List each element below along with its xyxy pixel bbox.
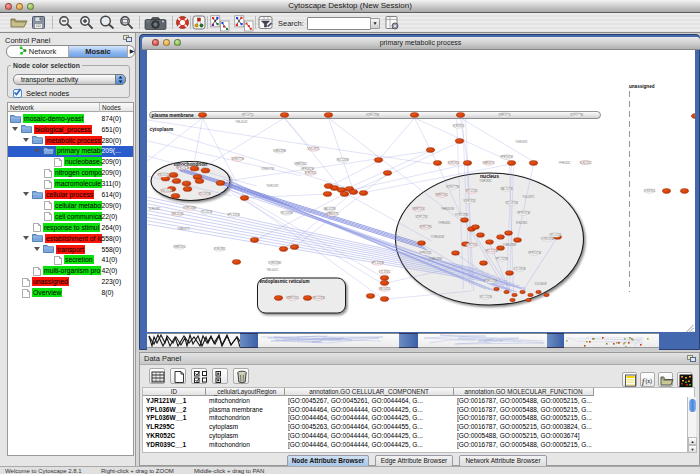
svg-text:YBL045C: YBL045C xyxy=(378,287,390,291)
svg-text:YMR256C: YMR256C xyxy=(286,296,299,300)
svg-text:YPR191W: YPR191W xyxy=(175,166,188,170)
svg-text:YAL012W: YAL012W xyxy=(500,187,513,191)
svg-text:YOR358W: YOR358W xyxy=(267,261,281,265)
svg-text:YMR256C: YMR256C xyxy=(294,162,307,166)
svg-text:YKL120W: YKL120W xyxy=(485,249,498,253)
svg-text:YKL120W: YKL120W xyxy=(336,158,349,162)
svg-text:YLR295C: YLR295C xyxy=(465,243,477,247)
svg-text:YLR295C: YLR295C xyxy=(447,161,459,165)
svg-text:YML054C: YML054C xyxy=(157,173,169,177)
svg-text:YPL132W: YPL132W xyxy=(371,261,384,265)
svg-text:YOR358W: YOR358W xyxy=(454,213,468,217)
svg-text:YFR033C: YFR033C xyxy=(558,161,570,165)
svg-text:YDR377W: YDR377W xyxy=(445,185,459,189)
svg-text:YGR028W: YGR028W xyxy=(272,149,286,153)
svg-text:YBR037C: YBR037C xyxy=(326,212,338,216)
svg-text:YGR028W: YGR028W xyxy=(428,257,442,261)
svg-text:YDR529C: YDR529C xyxy=(415,215,428,219)
svg-text:YGR028W: YGR028W xyxy=(365,113,379,117)
svg-text:YMR256C: YMR256C xyxy=(435,193,448,197)
svg-text:YMR256C: YMR256C xyxy=(173,245,186,249)
svg-text:YPL132W: YPL132W xyxy=(495,257,508,261)
svg-text:YLR038C: YLR038C xyxy=(515,221,527,225)
svg-text:YDR529C: YDR529C xyxy=(419,225,432,229)
svg-text:YFR033C: YFR033C xyxy=(419,251,431,255)
svg-text:nucleus: nucleus xyxy=(480,173,499,179)
svg-text:YBR037C: YBR037C xyxy=(482,161,494,165)
svg-text:YML054C: YML054C xyxy=(235,120,247,124)
svg-text:YIL111W: YIL111W xyxy=(200,210,211,214)
svg-text:YLR395C: YLR395C xyxy=(643,189,655,193)
svg-text:YOR065W: YOR065W xyxy=(540,237,554,241)
svg-text:YFR033C: YFR033C xyxy=(438,221,450,225)
svg-text:YLR395C: YLR395C xyxy=(304,171,316,175)
svg-text:YBR037C: YBR037C xyxy=(177,227,189,231)
svg-text:YOR065W: YOR065W xyxy=(430,235,444,239)
svg-text:YGL187C: YGL187C xyxy=(307,147,319,151)
svg-text:YOR358W: YOR358W xyxy=(182,206,196,210)
svg-text:YPR191W: YPR191W xyxy=(499,155,512,159)
svg-text:YKL016C: YKL016C xyxy=(465,189,477,193)
svg-text:YPL132W: YPL132W xyxy=(227,213,240,217)
svg-text:YDL085W: YDL085W xyxy=(198,192,211,196)
svg-text:YGR028W: YGR028W xyxy=(502,243,516,247)
svg-text:YGR183C: YGR183C xyxy=(463,199,476,203)
svg-text:YGL187C: YGL187C xyxy=(522,195,534,199)
svg-text:YGR183C: YGR183C xyxy=(515,140,528,144)
svg-text:YEL024W: YEL024W xyxy=(312,296,325,300)
svg-text:YML054C: YML054C xyxy=(171,212,183,216)
svg-text:YDR377W: YDR377W xyxy=(230,157,244,161)
svg-text:YDL085W: YDL085W xyxy=(505,201,518,205)
svg-text:YPR191W: YPR191W xyxy=(516,211,529,215)
svg-text:YLR038C: YLR038C xyxy=(148,207,160,211)
svg-text:YGR183C: YGR183C xyxy=(479,179,492,183)
svg-text:endoplasmic reticulum: endoplasmic reticulum xyxy=(259,279,309,284)
svg-text:YHR051W: YHR051W xyxy=(440,207,454,211)
svg-text:YJL180C: YJL180C xyxy=(378,270,390,274)
svg-text:YKL120W: YKL120W xyxy=(280,211,293,215)
svg-text:plasma membrane: plasma membrane xyxy=(151,113,193,118)
svg-text:YBR037C: YBR037C xyxy=(498,113,510,117)
svg-text:YJL166W: YJL166W xyxy=(513,267,525,271)
svg-text:YBL045C: YBL045C xyxy=(241,113,253,117)
svg-text:YGR028W: YGR028W xyxy=(483,279,497,283)
svg-text:YPR191W: YPR191W xyxy=(527,251,540,255)
svg-text:unassigned: unassigned xyxy=(629,84,655,89)
svg-text:YLR395C: YLR395C xyxy=(452,124,464,128)
svg-text:YLR038C: YLR038C xyxy=(213,247,225,251)
svg-text:YBL045C: YBL045C xyxy=(266,268,278,272)
svg-text:YKL120W: YKL120W xyxy=(479,295,492,299)
svg-text:YML054C: YML054C xyxy=(160,189,172,193)
svg-text:cytoplasm: cytoplasm xyxy=(149,127,173,132)
svg-text:YDR529C: YDR529C xyxy=(266,184,279,188)
svg-text:YJL166W: YJL166W xyxy=(534,282,546,286)
svg-text:YDR377W: YDR377W xyxy=(569,113,583,117)
svg-text:YAL012W: YAL012W xyxy=(323,207,336,211)
svg-text:(x): (x) xyxy=(646,378,653,385)
svg-text:YMR256C: YMR256C xyxy=(412,207,425,211)
svg-text:YDR377W: YDR377W xyxy=(260,167,274,171)
svg-text:YLR295C: YLR295C xyxy=(579,161,591,165)
